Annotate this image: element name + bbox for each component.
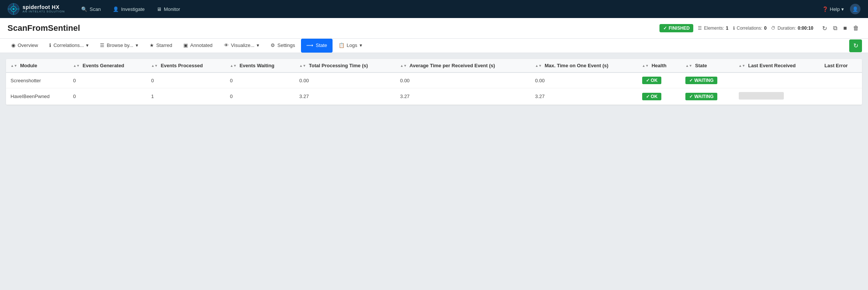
- col-events-generated[interactable]: ▲▼ Events Generated: [68, 59, 147, 72]
- last-event-sort-icon: ▲▼: [739, 64, 746, 68]
- events-waiting-sort-icon: ▲▼: [230, 64, 237, 68]
- page-header: ScanFromSentinel ✓ FINISHED ☰ Elements: …: [0, 18, 868, 39]
- col-total-processing-time[interactable]: ▲▼ Total Processing Time (s): [295, 59, 396, 72]
- brand-logo-container: spiderfoot HX AN INTEL471 SOLUTION: [8, 3, 65, 15]
- tab-browse[interactable]: ☰ Browse by... ▾: [95, 39, 144, 53]
- logs-icon: 📋: [339, 42, 345, 48]
- cell-max-time: 3.27: [531, 88, 637, 105]
- monitor-icon: 🖥: [157, 6, 162, 12]
- visualize-icon: 👁: [224, 42, 229, 48]
- cell-events-processed: 0: [147, 72, 225, 88]
- header-actions: ↻ ⧉ ■ 🗑: [821, 24, 860, 33]
- overview-icon: ◉: [11, 42, 15, 48]
- state-badge: ✓ WAITING: [685, 93, 717, 100]
- help-button[interactable]: ❓ Help ▾: [822, 6, 844, 12]
- cell-last-event: [734, 72, 820, 88]
- status-finished-badge: ✓ FINISHED: [659, 24, 693, 32]
- nav-links: 🔍 Scan 👤 Investigate 🖥 Monitor: [76, 3, 822, 15]
- cell-events-processed: 1: [147, 88, 225, 105]
- cell-health: ✓ OK: [638, 72, 681, 88]
- elements-badge: ☰ Elements: 1: [698, 26, 728, 31]
- col-state[interactable]: ▲▼ State: [681, 59, 734, 72]
- duration-badge: ⏱ Duration: 0:00:10: [771, 26, 813, 31]
- table-header-row: ▲▼ Module ▲▼ Events Generated ▲▼ Events …: [6, 59, 862, 72]
- max-time-sort-icon: ▲▼: [535, 64, 542, 68]
- col-last-event[interactable]: ▲▼ Last Event Received: [734, 59, 820, 72]
- total-time-sort-icon: ▲▼: [299, 64, 306, 68]
- page-title: ScanFromSentinel: [8, 23, 80, 33]
- state-table: ▲▼ Module ▲▼ Events Generated ▲▼ Events …: [6, 59, 862, 105]
- user-menu-button[interactable]: 👤: [850, 4, 860, 14]
- cell-module: HaveIBeenPwned: [6, 88, 68, 105]
- col-module[interactable]: ▲▼ Module: [6, 59, 68, 72]
- tab-refresh-container: ↻: [849, 39, 862, 52]
- brand-logo-icon: [8, 3, 20, 15]
- nav-scan[interactable]: 🔍 Scan: [76, 3, 106, 15]
- state-badge: ✓ WAITING: [685, 77, 717, 84]
- correlations-badge: ℹ Correlations: 0: [733, 26, 767, 31]
- col-events-waiting[interactable]: ▲▼ Events Waiting: [225, 59, 295, 72]
- health-badge: ✓ OK: [642, 77, 661, 84]
- last-event-blurred: [739, 92, 784, 100]
- nav-investigate[interactable]: 👤 Investigate: [107, 3, 150, 15]
- header-badges: ✓ FINISHED ☰ Elements: 1 ℹ Correlations:…: [659, 24, 860, 33]
- correlations-icon: ℹ: [733, 26, 735, 31]
- avg-time-sort-icon: ▲▼: [400, 64, 407, 68]
- col-max-time[interactable]: ▲▼ Max. Time on One Event (s): [531, 59, 637, 72]
- svg-point-6: [12, 8, 14, 10]
- annotated-icon: ▣: [183, 42, 188, 48]
- elements-icon: ☰: [698, 26, 702, 31]
- tab-overview[interactable]: ◉ Overview: [6, 39, 43, 53]
- tab-logs[interactable]: 📋 Logs ▾: [333, 39, 367, 53]
- correlations-dropdown-icon: ▾: [86, 42, 89, 48]
- health-sort-icon: ▲▼: [642, 64, 649, 68]
- help-icon: ❓: [822, 6, 828, 12]
- tab-annotated[interactable]: ▣ Annotated: [178, 39, 218, 53]
- refresh-button[interactable]: ↻: [821, 24, 829, 33]
- col-avg-time[interactable]: ▲▼ Average Time per Received Event (s): [396, 59, 531, 72]
- events-generated-sort-icon: ▲▼: [73, 64, 80, 68]
- state-icon: ⟿: [306, 42, 313, 48]
- tab-correlations[interactable]: ℹ Correlations... ▾: [44, 39, 94, 53]
- tab-visualize[interactable]: 👁 Visualize... ▾: [219, 39, 265, 53]
- col-last-error: Last Error: [820, 59, 862, 72]
- tab-state[interactable]: ⟿ State: [301, 39, 332, 53]
- col-health[interactable]: ▲▼ Health: [638, 59, 681, 72]
- cell-total-time: 0.00: [295, 72, 396, 88]
- visualize-dropdown-icon: ▾: [257, 42, 259, 48]
- brand-sub: AN INTEL471 SOLUTION: [23, 10, 65, 14]
- copy-button[interactable]: ⧉: [832, 24, 839, 32]
- nav-right: ❓ Help ▾ 👤: [822, 4, 860, 14]
- cell-last-event: [734, 88, 820, 105]
- col-events-processed[interactable]: ▲▼ Events Processed: [147, 59, 225, 72]
- state-sort-icon: ▲▼: [685, 64, 692, 68]
- cell-state: ✓ WAITING: [681, 72, 734, 88]
- state-table-container: ▲▼ Module ▲▼ Events Generated ▲▼ Events …: [6, 59, 862, 105]
- cell-state: ✓ WAITING: [681, 88, 734, 105]
- nav-monitor[interactable]: 🖥 Monitor: [151, 3, 185, 15]
- cell-events-waiting: 0: [225, 88, 295, 105]
- browse-icon: ☰: [100, 42, 104, 48]
- cell-events-generated: 0: [68, 88, 147, 105]
- cell-max-time: 0.00: [531, 72, 637, 88]
- delete-button[interactable]: 🗑: [851, 24, 860, 32]
- cell-health: ✓ OK: [638, 88, 681, 105]
- table-refresh-button[interactable]: ↻: [849, 39, 862, 52]
- tab-starred[interactable]: ★ Starred: [144, 39, 178, 53]
- tab-settings[interactable]: ⚙ Settings: [265, 39, 300, 53]
- help-dropdown-icon: ▾: [841, 6, 844, 12]
- scan-icon: 🔍: [81, 6, 87, 12]
- settings-icon: ⚙: [271, 42, 275, 48]
- health-badge: ✓ OK: [642, 93, 661, 100]
- cell-avg-time: 3.27: [396, 88, 531, 105]
- brand-name: spiderfoot HX: [23, 5, 65, 10]
- cell-avg-time: 0.00: [396, 72, 531, 88]
- browse-dropdown-icon: ▾: [136, 42, 138, 48]
- cell-last-error: [820, 72, 862, 88]
- table-row: HaveIBeenPwned0103.273.273.27✓ OK✓ WAITI…: [6, 88, 862, 105]
- cell-events-waiting: 0: [225, 72, 295, 88]
- table-row: Screenshotter0000.000.000.00✓ OK✓ WAITIN…: [6, 72, 862, 88]
- brand-text: spiderfoot HX AN INTEL471 SOLUTION: [23, 5, 65, 14]
- stop-button[interactable]: ■: [842, 24, 848, 32]
- module-sort-icon: ▲▼: [11, 64, 17, 68]
